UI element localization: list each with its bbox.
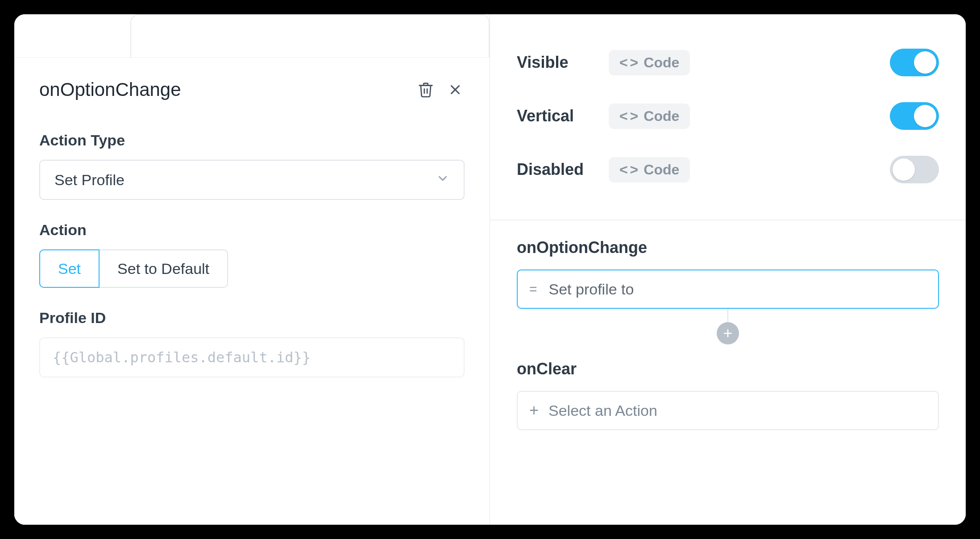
action-type-field: Action Type Set Profile	[39, 132, 465, 200]
action-set-button[interactable]: Set	[39, 249, 100, 288]
code-icon: < >	[619, 162, 637, 178]
action-segmented: Set Set to Default	[39, 249, 465, 288]
event-onoptionchange: onOptionChange = Set profile to	[517, 238, 939, 344]
close-icon[interactable]	[446, 80, 465, 99]
right-panel: Visible < > Code Vertical < > Code	[490, 14, 966, 525]
card-header: onOptionChange	[39, 79, 465, 100]
code-chip-visible[interactable]: < > Code	[609, 50, 690, 75]
toggle-disabled[interactable]	[890, 156, 939, 183]
properties-section: Visible < > Code Vertical < > Code	[490, 14, 966, 214]
event-config-card: onOptionChange Action Type Set Profile	[14, 57, 490, 525]
toggle-vertical[interactable]	[890, 102, 939, 130]
add-action-connector	[517, 309, 939, 344]
card-actions	[416, 80, 465, 99]
code-chip-label: Code	[644, 108, 679, 124]
prop-row-visible: Visible < > Code	[517, 36, 939, 89]
select-action-pill[interactable]: + Select an Action	[517, 391, 939, 430]
left-panel: onOptionChange Action Type Set Profile	[14, 14, 490, 525]
prop-name-vertical: Vertical	[517, 107, 593, 125]
action-type-select[interactable]: Set Profile	[39, 160, 465, 200]
prop-row-vertical: Vertical < > Code	[517, 89, 939, 143]
code-chip-label: Code	[644, 162, 679, 178]
prop-row-disabled: Disabled < > Code	[517, 143, 939, 196]
action-label: Action	[39, 221, 465, 239]
card-title: onOptionChange	[39, 79, 181, 100]
action-set-default-button[interactable]: Set to Default	[100, 249, 228, 288]
app-window: onOptionChange Action Type Set Profile	[14, 14, 966, 525]
action-pill-set-profile[interactable]: = Set profile to	[517, 270, 939, 309]
profile-id-input[interactable]	[39, 337, 465, 377]
code-chip-disabled[interactable]: < > Code	[609, 157, 690, 182]
prop-name-disabled: Disabled	[517, 160, 593, 179]
event-title-onclear: onClear	[517, 360, 939, 378]
code-chip-label: Code	[644, 54, 679, 71]
action-pill-label: Set profile to	[549, 281, 634, 298]
action-type-label: Action Type	[39, 132, 465, 149]
chevron-down-icon	[436, 171, 449, 189]
event-title-onoptionchange: onOptionChange	[517, 238, 939, 257]
profile-id-label: Profile ID	[39, 309, 465, 327]
code-chip-vertical[interactable]: < > Code	[609, 104, 690, 129]
prop-name-visible: Visible	[517, 53, 593, 72]
equals-icon: =	[529, 282, 539, 297]
toggle-visible[interactable]	[890, 49, 939, 76]
profile-id-field: Profile ID	[39, 309, 465, 377]
event-onclear: onClear + Select an Action	[517, 360, 939, 430]
action-type-value: Set Profile	[54, 171, 125, 189]
code-icon: < >	[619, 54, 637, 71]
trash-icon[interactable]	[416, 80, 435, 99]
action-field: Action Set Set to Default	[39, 221, 465, 288]
events-section: onOptionChange = Set profile to onClear	[490, 220, 966, 445]
tab-ghost	[130, 14, 490, 57]
code-icon: < >	[619, 108, 637, 124]
select-action-label: Select an Action	[548, 402, 657, 419]
add-action-button[interactable]	[717, 322, 739, 344]
plus-icon: +	[529, 401, 539, 420]
